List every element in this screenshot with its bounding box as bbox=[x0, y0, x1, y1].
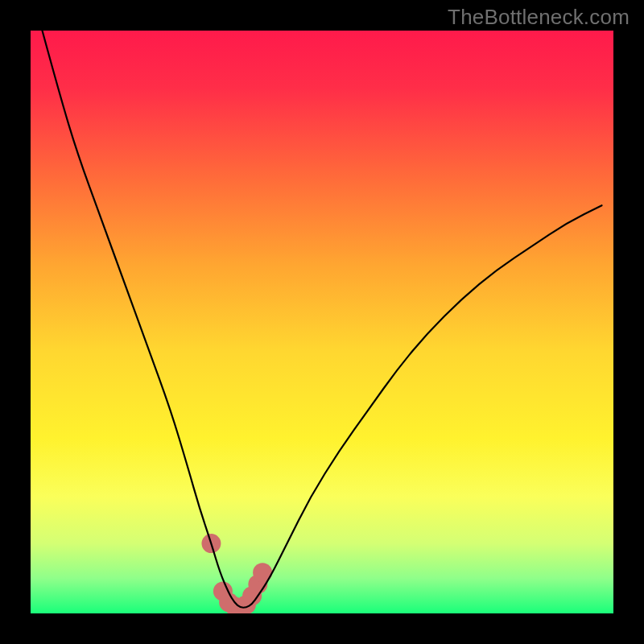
watermark-text: TheBottleneck.com bbox=[448, 5, 630, 30]
bottleneck-chart bbox=[31, 31, 613, 613]
chart-frame: TheBottleneck.com bbox=[0, 0, 644, 644]
plot-background bbox=[31, 31, 613, 613]
